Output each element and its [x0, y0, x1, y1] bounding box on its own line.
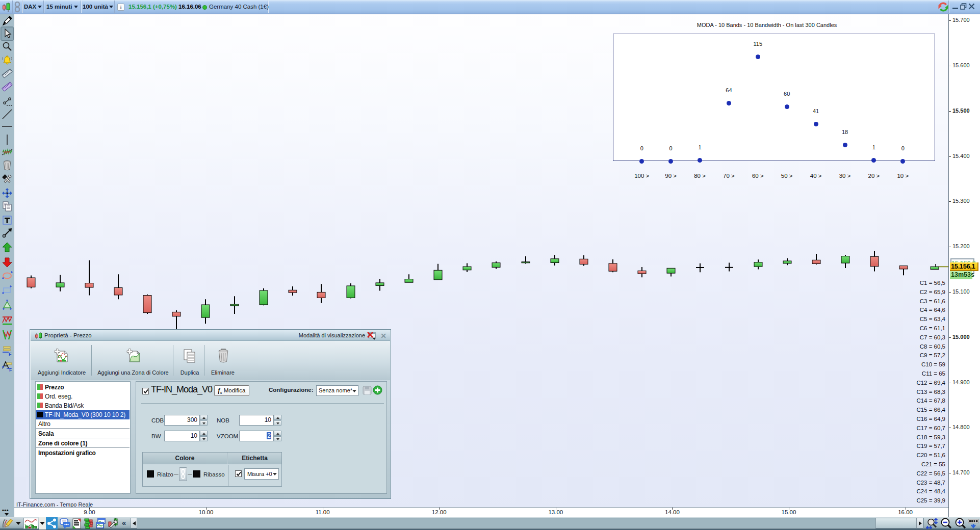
svg-text:F: F — [9, 352, 12, 356]
svg-text:F: F — [9, 367, 12, 372]
